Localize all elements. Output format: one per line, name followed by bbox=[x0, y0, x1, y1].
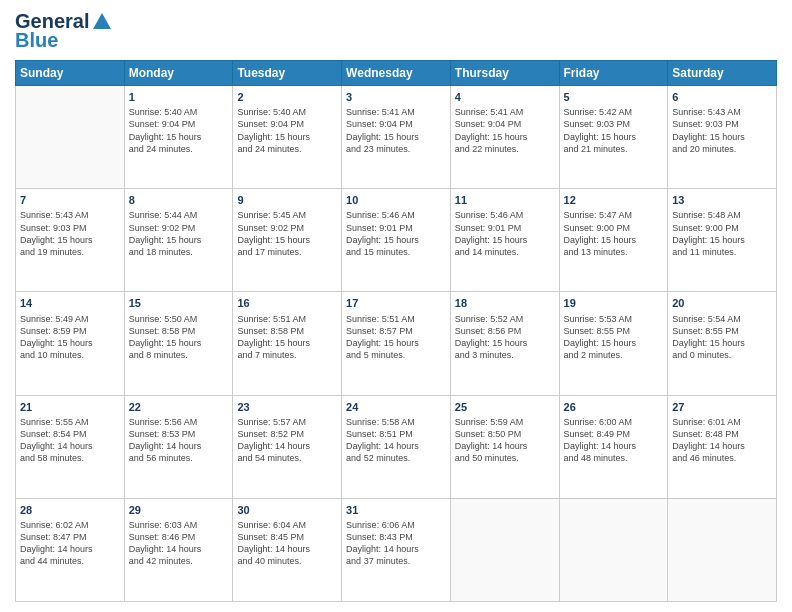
day-info: Sunrise: 5:53 AM Sunset: 8:55 PM Dayligh… bbox=[564, 313, 664, 362]
day-info: Sunrise: 6:01 AM Sunset: 8:48 PM Dayligh… bbox=[672, 416, 772, 465]
day-info: Sunrise: 5:41 AM Sunset: 9:04 PM Dayligh… bbox=[346, 106, 446, 155]
day-number: 22 bbox=[129, 400, 229, 414]
day-info: Sunrise: 5:51 AM Sunset: 8:58 PM Dayligh… bbox=[237, 313, 337, 362]
week-row-3: 14Sunrise: 5:49 AM Sunset: 8:59 PM Dayli… bbox=[16, 292, 777, 395]
week-row-5: 28Sunrise: 6:02 AM Sunset: 8:47 PM Dayli… bbox=[16, 498, 777, 601]
day-number: 20 bbox=[672, 296, 772, 310]
svg-marker-0 bbox=[93, 13, 111, 29]
day-cell-6: 6Sunrise: 5:43 AM Sunset: 9:03 PM Daylig… bbox=[668, 86, 777, 189]
weekday-header-row: SundayMondayTuesdayWednesdayThursdayFrid… bbox=[16, 61, 777, 86]
day-number: 4 bbox=[455, 90, 555, 104]
day-cell-9: 9Sunrise: 5:45 AM Sunset: 9:02 PM Daylig… bbox=[233, 189, 342, 292]
day-number: 5 bbox=[564, 90, 664, 104]
day-info: Sunrise: 5:45 AM Sunset: 9:02 PM Dayligh… bbox=[237, 209, 337, 258]
day-info: Sunrise: 5:55 AM Sunset: 8:54 PM Dayligh… bbox=[20, 416, 120, 465]
day-number: 24 bbox=[346, 400, 446, 414]
day-cell-30: 30Sunrise: 6:04 AM Sunset: 8:45 PM Dayli… bbox=[233, 498, 342, 601]
day-number: 14 bbox=[20, 296, 120, 310]
weekday-tuesday: Tuesday bbox=[233, 61, 342, 86]
day-cell-22: 22Sunrise: 5:56 AM Sunset: 8:53 PM Dayli… bbox=[124, 395, 233, 498]
day-cell-17: 17Sunrise: 5:51 AM Sunset: 8:57 PM Dayli… bbox=[342, 292, 451, 395]
logo-icon bbox=[91, 11, 113, 33]
day-info: Sunrise: 5:47 AM Sunset: 9:00 PM Dayligh… bbox=[564, 209, 664, 258]
weekday-wednesday: Wednesday bbox=[342, 61, 451, 86]
week-row-2: 7Sunrise: 5:43 AM Sunset: 9:03 PM Daylig… bbox=[16, 189, 777, 292]
day-cell-15: 15Sunrise: 5:50 AM Sunset: 8:58 PM Dayli… bbox=[124, 292, 233, 395]
day-number: 12 bbox=[564, 193, 664, 207]
day-number: 2 bbox=[237, 90, 337, 104]
day-info: Sunrise: 5:49 AM Sunset: 8:59 PM Dayligh… bbox=[20, 313, 120, 362]
day-cell-25: 25Sunrise: 5:59 AM Sunset: 8:50 PM Dayli… bbox=[450, 395, 559, 498]
day-cell-20: 20Sunrise: 5:54 AM Sunset: 8:55 PM Dayli… bbox=[668, 292, 777, 395]
day-cell-23: 23Sunrise: 5:57 AM Sunset: 8:52 PM Dayli… bbox=[233, 395, 342, 498]
day-cell-28: 28Sunrise: 6:02 AM Sunset: 8:47 PM Dayli… bbox=[16, 498, 125, 601]
day-cell-21: 21Sunrise: 5:55 AM Sunset: 8:54 PM Dayli… bbox=[16, 395, 125, 498]
day-number: 29 bbox=[129, 503, 229, 517]
header: General Blue bbox=[15, 10, 777, 52]
weekday-friday: Friday bbox=[559, 61, 668, 86]
calendar: SundayMondayTuesdayWednesdayThursdayFrid… bbox=[15, 60, 777, 602]
weekday-thursday: Thursday bbox=[450, 61, 559, 86]
day-info: Sunrise: 5:44 AM Sunset: 9:02 PM Dayligh… bbox=[129, 209, 229, 258]
day-cell-3: 3Sunrise: 5:41 AM Sunset: 9:04 PM Daylig… bbox=[342, 86, 451, 189]
day-number: 3 bbox=[346, 90, 446, 104]
day-info: Sunrise: 6:02 AM Sunset: 8:47 PM Dayligh… bbox=[20, 519, 120, 568]
day-cell-5: 5Sunrise: 5:42 AM Sunset: 9:03 PM Daylig… bbox=[559, 86, 668, 189]
day-number: 19 bbox=[564, 296, 664, 310]
day-cell-8: 8Sunrise: 5:44 AM Sunset: 9:02 PM Daylig… bbox=[124, 189, 233, 292]
day-info: Sunrise: 5:59 AM Sunset: 8:50 PM Dayligh… bbox=[455, 416, 555, 465]
day-info: Sunrise: 6:03 AM Sunset: 8:46 PM Dayligh… bbox=[129, 519, 229, 568]
empty-cell bbox=[16, 86, 125, 189]
day-cell-31: 31Sunrise: 6:06 AM Sunset: 8:43 PM Dayli… bbox=[342, 498, 451, 601]
day-info: Sunrise: 5:43 AM Sunset: 9:03 PM Dayligh… bbox=[20, 209, 120, 258]
day-info: Sunrise: 5:58 AM Sunset: 8:51 PM Dayligh… bbox=[346, 416, 446, 465]
day-number: 17 bbox=[346, 296, 446, 310]
day-cell-14: 14Sunrise: 5:49 AM Sunset: 8:59 PM Dayli… bbox=[16, 292, 125, 395]
day-number: 18 bbox=[455, 296, 555, 310]
day-number: 9 bbox=[237, 193, 337, 207]
day-info: Sunrise: 5:41 AM Sunset: 9:04 PM Dayligh… bbox=[455, 106, 555, 155]
logo: General Blue bbox=[15, 10, 113, 52]
weekday-monday: Monday bbox=[124, 61, 233, 86]
day-info: Sunrise: 5:51 AM Sunset: 8:57 PM Dayligh… bbox=[346, 313, 446, 362]
day-info: Sunrise: 5:43 AM Sunset: 9:03 PM Dayligh… bbox=[672, 106, 772, 155]
day-cell-19: 19Sunrise: 5:53 AM Sunset: 8:55 PM Dayli… bbox=[559, 292, 668, 395]
day-info: Sunrise: 5:40 AM Sunset: 9:04 PM Dayligh… bbox=[237, 106, 337, 155]
day-cell-16: 16Sunrise: 5:51 AM Sunset: 8:58 PM Dayli… bbox=[233, 292, 342, 395]
day-info: Sunrise: 6:04 AM Sunset: 8:45 PM Dayligh… bbox=[237, 519, 337, 568]
day-info: Sunrise: 5:48 AM Sunset: 9:00 PM Dayligh… bbox=[672, 209, 772, 258]
page: General Blue SundayMondayTuesdayWednesda… bbox=[0, 0, 792, 612]
day-info: Sunrise: 6:06 AM Sunset: 8:43 PM Dayligh… bbox=[346, 519, 446, 568]
day-info: Sunrise: 5:46 AM Sunset: 9:01 PM Dayligh… bbox=[346, 209, 446, 258]
day-cell-11: 11Sunrise: 5:46 AM Sunset: 9:01 PM Dayli… bbox=[450, 189, 559, 292]
day-info: Sunrise: 5:42 AM Sunset: 9:03 PM Dayligh… bbox=[564, 106, 664, 155]
day-cell-26: 26Sunrise: 6:00 AM Sunset: 8:49 PM Dayli… bbox=[559, 395, 668, 498]
day-info: Sunrise: 5:46 AM Sunset: 9:01 PM Dayligh… bbox=[455, 209, 555, 258]
empty-cell bbox=[559, 498, 668, 601]
day-number: 10 bbox=[346, 193, 446, 207]
day-cell-7: 7Sunrise: 5:43 AM Sunset: 9:03 PM Daylig… bbox=[16, 189, 125, 292]
day-cell-18: 18Sunrise: 5:52 AM Sunset: 8:56 PM Dayli… bbox=[450, 292, 559, 395]
day-number: 15 bbox=[129, 296, 229, 310]
day-info: Sunrise: 5:57 AM Sunset: 8:52 PM Dayligh… bbox=[237, 416, 337, 465]
day-number: 6 bbox=[672, 90, 772, 104]
day-number: 31 bbox=[346, 503, 446, 517]
day-info: Sunrise: 6:00 AM Sunset: 8:49 PM Dayligh… bbox=[564, 416, 664, 465]
day-info: Sunrise: 5:54 AM Sunset: 8:55 PM Dayligh… bbox=[672, 313, 772, 362]
day-info: Sunrise: 5:40 AM Sunset: 9:04 PM Dayligh… bbox=[129, 106, 229, 155]
day-info: Sunrise: 5:56 AM Sunset: 8:53 PM Dayligh… bbox=[129, 416, 229, 465]
day-number: 23 bbox=[237, 400, 337, 414]
day-number: 28 bbox=[20, 503, 120, 517]
day-cell-24: 24Sunrise: 5:58 AM Sunset: 8:51 PM Dayli… bbox=[342, 395, 451, 498]
empty-cell bbox=[668, 498, 777, 601]
day-number: 21 bbox=[20, 400, 120, 414]
day-cell-29: 29Sunrise: 6:03 AM Sunset: 8:46 PM Dayli… bbox=[124, 498, 233, 601]
day-number: 1 bbox=[129, 90, 229, 104]
empty-cell bbox=[450, 498, 559, 601]
day-number: 30 bbox=[237, 503, 337, 517]
day-number: 16 bbox=[237, 296, 337, 310]
day-cell-4: 4Sunrise: 5:41 AM Sunset: 9:04 PM Daylig… bbox=[450, 86, 559, 189]
day-number: 26 bbox=[564, 400, 664, 414]
week-row-1: 1Sunrise: 5:40 AM Sunset: 9:04 PM Daylig… bbox=[16, 86, 777, 189]
day-cell-27: 27Sunrise: 6:01 AM Sunset: 8:48 PM Dayli… bbox=[668, 395, 777, 498]
